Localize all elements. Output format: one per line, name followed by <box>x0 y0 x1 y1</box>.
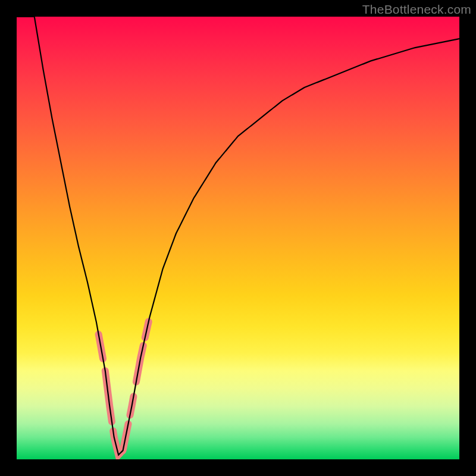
marker-group <box>99 322 149 455</box>
watermark-label: TheBottleneck.com <box>362 2 471 17</box>
plot-area <box>17 17 459 459</box>
chart-frame: TheBottleneck.com <box>0 0 476 476</box>
chart-svg <box>17 17 459 459</box>
bottleneck-curve-line <box>17 17 459 455</box>
